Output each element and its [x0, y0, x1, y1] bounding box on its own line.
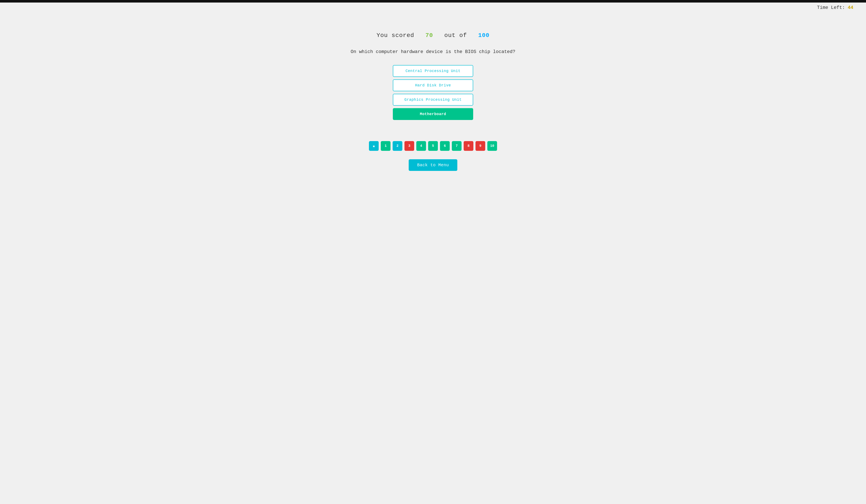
page-item-p5[interactable]: 5 — [428, 141, 438, 151]
page-item-p3[interactable]: 3 — [404, 141, 414, 151]
answers-container: Central Processing Unit Hard Disk Drive … — [393, 65, 473, 120]
pagination: ★12345678910 — [369, 141, 497, 151]
score-achieved: 70 — [425, 32, 433, 39]
question-text: On which computer hardware device is the… — [351, 49, 515, 55]
answer-hdd[interactable]: Hard Disk Drive — [393, 79, 473, 91]
page-item-p8[interactable]: 8 — [464, 141, 474, 151]
page-item-p9[interactable]: 9 — [476, 141, 485, 151]
top-bar — [0, 0, 866, 2]
score-total: 100 — [478, 32, 489, 39]
page-item-star[interactable]: ★ — [369, 141, 379, 151]
score-display: You scored 70 out of 100 — [377, 32, 489, 39]
page-item-p2[interactable]: 2 — [392, 141, 402, 151]
score-separator: out of — [444, 32, 467, 39]
page-item-p10[interactable]: 10 — [487, 141, 497, 151]
page-item-p6[interactable]: 6 — [440, 141, 450, 151]
timer-display: Time Left: 44 — [817, 5, 853, 10]
page-item-p1[interactable]: 1 — [381, 141, 390, 151]
answer-motherboard[interactable]: Motherboard — [393, 108, 473, 120]
timer-label: Time Left: — [817, 5, 845, 10]
main-content: You scored 70 out of 100 On which comput… — [0, 2, 866, 171]
back-to-menu-button[interactable]: Back to Menu — [409, 159, 457, 171]
page-item-p7[interactable]: 7 — [452, 141, 462, 151]
answer-cpu[interactable]: Central Processing Unit — [393, 65, 473, 77]
answer-gpu[interactable]: Graphics Processing Unit — [393, 94, 473, 106]
timer-value: 44 — [848, 5, 853, 10]
page-item-p4[interactable]: 4 — [416, 141, 426, 151]
score-prefix: You scored — [377, 32, 414, 39]
